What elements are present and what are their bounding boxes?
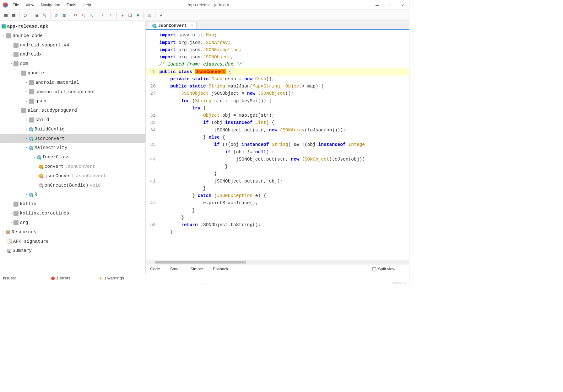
- code-line[interactable]: 34 jSONObject.put(str, new JSONArray(toJ…: [146, 126, 409, 134]
- search-global-icon[interactable]: [88, 12, 95, 19]
- tree-root[interactable]: app-release.apk: [0, 22, 145, 31]
- tree-pkg[interactable]: ▸android.support.v4: [0, 40, 145, 50]
- code-text[interactable]: /* loaded from: classes.dex */: [159, 61, 409, 68]
- code-text[interactable]: e.printStackTrace();: [159, 199, 409, 207]
- tab-fallback[interactable]: Fallback: [213, 267, 228, 272]
- close-button[interactable]: ✕: [396, 0, 409, 10]
- code-text[interactable]: if (obj instanceof List) {: [159, 119, 409, 126]
- code-line[interactable]: }: [146, 170, 409, 177]
- search-icon[interactable]: [72, 12, 79, 19]
- code-line[interactable]: /* loaded from: classes.dex */: [146, 61, 409, 68]
- code-line[interactable]: } else {: [146, 134, 409, 141]
- tree-resources[interactable]: ▸Resources: [0, 227, 145, 237]
- code-line[interactable]: } catch (JSONException e) {: [146, 192, 409, 199]
- tool-icon[interactable]: [158, 12, 165, 19]
- code-text[interactable]: }: [159, 229, 409, 236]
- tab-jsonconvert[interactable]: c JsonConvert ×: [149, 22, 197, 29]
- list-icon[interactable]: [146, 12, 153, 19]
- tab-simple[interactable]: Simple: [190, 267, 203, 272]
- tree-source-code[interactable]: ▾Source code: [0, 31, 145, 40]
- code-line[interactable]: try {: [146, 105, 409, 112]
- tree-pkg[interactable]: ▸android.material: [0, 78, 145, 87]
- checkbox-icon[interactable]: [372, 267, 376, 271]
- code-line[interactable]: for (String str : map.keySet()) {: [146, 97, 409, 104]
- tree-pkg[interactable]: ▾alan.studyproguard: [0, 106, 145, 115]
- code-text[interactable]: }: [159, 163, 409, 170]
- tree-class[interactable]: ▾cMainActivity: [0, 143, 145, 153]
- code-text[interactable]: return jSONObject.toString();: [159, 221, 409, 229]
- select-all-icon[interactable]: [61, 12, 68, 19]
- tree-class-jsonconvert[interactable]: ▸cJsonConvert: [0, 134, 145, 143]
- tree-apk-sig[interactable]: APK signature: [0, 237, 145, 246]
- code-line[interactable]: 31 Object obj = map.get(str);: [146, 112, 409, 119]
- sync-icon[interactable]: [22, 12, 29, 19]
- tree-field[interactable]: fconvertJsonConvert: [0, 162, 145, 171]
- tree-class[interactable]: ▸cInnerClass: [0, 152, 145, 162]
- tree-pkg[interactable]: ▸gson: [0, 97, 145, 106]
- code-text[interactable]: private static Gson gson = new Gson();: [159, 76, 409, 83]
- tree-pkg[interactable]: ▸kotlin: [0, 199, 145, 209]
- tree-class[interactable]: ▸cR: [0, 190, 145, 199]
- code-text[interactable]: try {: [159, 105, 409, 112]
- code-text[interactable]: jSONObject.put(str, new JSONArray(toJson…: [159, 126, 409, 134]
- save-icon[interactable]: [34, 12, 41, 19]
- code-line[interactable]: if (obj != null) {: [146, 148, 409, 156]
- tree-pkg[interactable]: ▸org: [0, 218, 145, 227]
- tree-pkg[interactable]: ▸androidx: [0, 50, 145, 59]
- debug-icon[interactable]: [134, 12, 141, 19]
- code-text[interactable]: jSONObject.put(str, new JSONObject(toJso…: [159, 156, 409, 163]
- menu-file[interactable]: File: [13, 3, 19, 7]
- code-text[interactable]: jSONObject.put(str, obj);: [159, 177, 409, 185]
- code-line[interactable]: }: [146, 163, 409, 170]
- code-text[interactable]: public class JsonConvert {: [159, 68, 409, 75]
- code-text[interactable]: public static String map2Json(Map<String…: [159, 83, 409, 90]
- code-line[interactable]: 35 if (!(obj instanceof String) && !(obj…: [146, 141, 409, 148]
- code-line[interactable]: import org.json.JSONObject;: [146, 54, 409, 61]
- code-text[interactable]: if (!(obj instanceof String) && !(obj in…: [159, 141, 409, 148]
- code-text[interactable]: }: [159, 185, 409, 192]
- status-warnings[interactable]: ▲ 1 warnings: [99, 276, 124, 281]
- code-line[interactable]: 26 public static String map2Json(Map<Str…: [146, 83, 409, 90]
- tree-pkg[interactable]: ▾google: [0, 68, 145, 78]
- open-file-icon[interactable]: [3, 12, 9, 19]
- code-line[interactable]: }: [146, 185, 409, 192]
- tab-code[interactable]: Code: [150, 267, 160, 272]
- split-view-toggle[interactable]: Split view: [372, 267, 395, 272]
- code-text[interactable]: } else {: [159, 134, 409, 141]
- tab-close-icon[interactable]: ×: [191, 24, 193, 28]
- menu-view[interactable]: View: [25, 3, 34, 7]
- view-icon[interactable]: [127, 12, 133, 19]
- export-icon[interactable]: [41, 12, 48, 19]
- code-text[interactable]: import org.json.JSONException;: [159, 46, 409, 54]
- code-text[interactable]: }: [159, 170, 409, 177]
- code-line[interactable]: import org.json.JSONArray;: [146, 39, 409, 46]
- code-line[interactable]: import java.util.Map;: [146, 32, 409, 39]
- code-text[interactable]: }: [159, 214, 409, 221]
- code-line[interactable]: 27 JSONObject jSONObject = new JSONObjec…: [146, 90, 409, 97]
- code-line[interactable]: import org.json.JSONException;: [146, 46, 409, 54]
- code-text[interactable]: import org.json.JSONArray;: [159, 39, 409, 46]
- tree-class[interactable]: ▸cBuildConfig: [0, 124, 145, 134]
- code-line[interactable]: 44 jSONObject.put(str, new JSONObject(to…: [146, 156, 409, 163]
- scrollbar-thumb[interactable]: [155, 261, 246, 264]
- code-line[interactable]: }: [146, 214, 409, 221]
- status-errors[interactable]: ! 1 errors: [51, 276, 70, 281]
- code-text[interactable]: } catch (JSONException e) {: [159, 192, 409, 199]
- tree-field[interactable]: fjsonConvertJsonConvert: [0, 171, 145, 181]
- code-text[interactable]: }: [159, 207, 409, 214]
- minimize-button[interactable]: —: [371, 0, 384, 10]
- add-file-icon[interactable]: [10, 12, 17, 19]
- settings-icon[interactable]: [119, 12, 126, 19]
- maximize-button[interactable]: ☐: [383, 0, 396, 10]
- drag-handle[interactable]: ● ● ●: [0, 283, 409, 285]
- tree-method[interactable]: monCreate(Bundle)void: [0, 181, 145, 190]
- code-line[interactable]: 50 return jSONObject.toString();: [146, 221, 409, 229]
- code-text[interactable]: if (obj != null) {: [159, 148, 409, 156]
- tree-pkg[interactable]: ▸kotlinx.coroutines: [0, 209, 145, 218]
- tab-smali[interactable]: Smali: [170, 267, 181, 272]
- code-editor[interactable]: import java.util.Map;import org.json.JSO…: [146, 30, 409, 260]
- tree-pkg[interactable]: ▸child: [0, 115, 145, 124]
- code-line[interactable]: }: [146, 229, 409, 236]
- code-text[interactable]: Object obj = map.get(str);: [159, 112, 409, 119]
- jump-icon[interactable]: [53, 12, 60, 19]
